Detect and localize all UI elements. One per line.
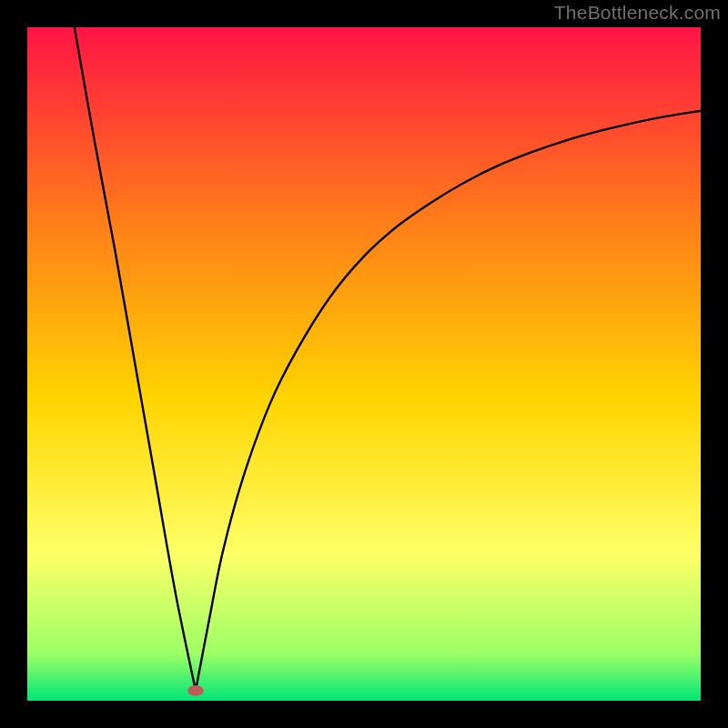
chart-frame: TheBottleneck.com (0, 0, 728, 728)
chart-plot (27, 27, 701, 701)
watermark-text: TheBottleneck.com (554, 2, 721, 24)
minimum-marker (187, 685, 204, 696)
gradient-background (27, 27, 701, 701)
